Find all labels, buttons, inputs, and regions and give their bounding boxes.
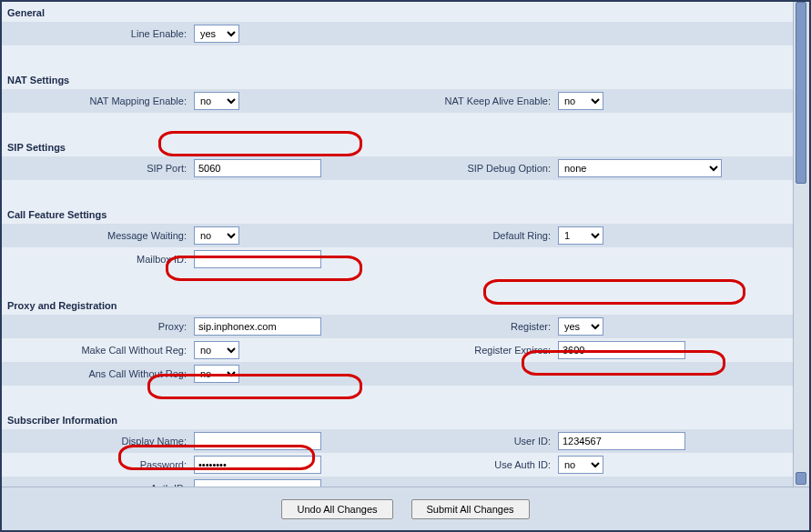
undo-all-button[interactable]: Undo All Changes [281, 499, 392, 519]
sip-debug-label: SIP Debug Option: [376, 163, 558, 174]
password-label: Password: [7, 459, 194, 470]
row-line-enable: Line Enable: yes [2, 22, 793, 45]
message-waiting-select[interactable]: no [194, 226, 239, 245]
section-nat: NAT Settings [2, 69, 793, 89]
display-name-label: Display Name: [7, 436, 194, 447]
section-general: General [2, 2, 793, 22]
scrollbar-thumb[interactable] [796, 2, 806, 184]
register-label: Register: [376, 321, 558, 332]
ans-call-select[interactable]: no [194, 365, 239, 383]
row-proxy: Proxy: Register: yes [2, 315, 793, 338]
line-enable-label: Line Enable: [7, 28, 194, 39]
user-id-label: User ID: [376, 436, 558, 447]
scrollbar-down-arrow[interactable] [796, 472, 806, 485]
ans-call-label: Ans Call Without Reg: [7, 368, 194, 379]
nat-mapping-label: NAT Mapping Enable: [7, 95, 194, 106]
user-id-input[interactable] [558, 432, 685, 450]
sip-port-input[interactable] [194, 159, 321, 177]
row-auth-id: Auth ID: [2, 477, 793, 487]
proxy-input[interactable] [194, 317, 321, 336]
footer-bar: Undo All Changes Submit All Changes [2, 487, 809, 530]
register-expires-label: Register Expires: [376, 345, 558, 356]
vertical-scrollbar[interactable] [793, 2, 809, 487]
nat-mapping-select[interactable]: no [194, 92, 239, 110]
nat-keepalive-label: NAT Keep Alive Enable: [376, 95, 558, 106]
row-mailbox: Mailbox ID: [2, 247, 793, 271]
use-auth-id-select[interactable]: no [558, 456, 603, 474]
password-input[interactable] [194, 456, 321, 474]
make-call-label: Make Call Without Reg: [7, 345, 194, 356]
message-waiting-label: Message Waiting: [7, 230, 194, 241]
row-message-waiting: Message Waiting: no Default Ring: 1 [2, 224, 793, 247]
section-call: Call Feature Settings [2, 204, 793, 224]
proxy-label: Proxy: [7, 321, 194, 332]
use-auth-id-label: Use Auth ID: [376, 459, 558, 470]
row-password: Password: Use Auth ID: no [2, 453, 793, 477]
sip-debug-select[interactable]: none [558, 159, 722, 177]
default-ring-label: Default Ring: [376, 230, 558, 241]
section-sip: SIP Settings [2, 136, 793, 156]
row-makecall: Make Call Without Reg: no Register Expir… [2, 338, 793, 362]
submit-all-button[interactable]: Submit All Changes [411, 499, 530, 519]
register-expires-input[interactable] [558, 341, 685, 359]
mailbox-id-input[interactable] [194, 250, 321, 268]
row-anscall: Ans Call Without Reg: no [2, 362, 793, 386]
default-ring-select[interactable]: 1 [558, 226, 603, 245]
row-nat-mapping: NAT Mapping Enable: no NAT Keep Alive En… [2, 89, 793, 113]
section-subscriber: Subscriber Information [2, 409, 793, 429]
sip-port-label: SIP Port: [7, 163, 194, 174]
line-enable-select[interactable]: yes [194, 25, 239, 43]
mailbox-id-label: Mailbox ID: [7, 254, 194, 265]
register-select[interactable]: yes [558, 317, 603, 336]
display-name-input[interactable] [194, 432, 321, 450]
section-proxy: Proxy and Registration [2, 295, 793, 315]
nat-keepalive-select[interactable]: no [558, 92, 603, 110]
row-sip-port: SIP Port: SIP Debug Option: none [2, 156, 793, 180]
auth-id-input[interactable] [194, 479, 321, 487]
row-display-name: Display Name: User ID: [2, 429, 793, 453]
make-call-select[interactable]: no [194, 341, 239, 359]
settings-form-area: General Line Enable: yes NAT Settings NA… [2, 2, 793, 487]
